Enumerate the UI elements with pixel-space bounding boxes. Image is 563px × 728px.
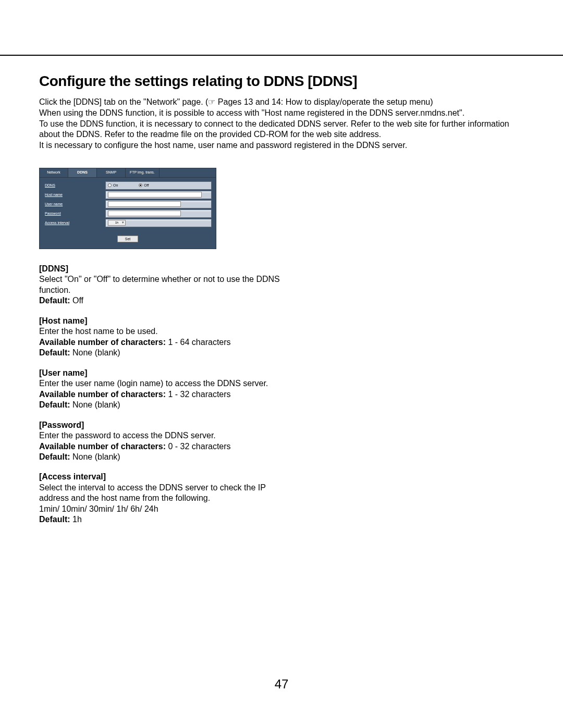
- label-user: User name: [44, 202, 105, 206]
- label-ddns: DDNS: [44, 183, 105, 187]
- section-extra: Default: None (blank): [39, 348, 289, 358]
- extra-value: 0 - 32 characters: [166, 442, 231, 451]
- row-interval: Access interval 1h: [44, 218, 212, 228]
- form-area: DDNS On Off Host name User name Passwo: [40, 178, 216, 229]
- section-title: [DDNS]: [39, 264, 289, 274]
- section-body: Select the interval to access the DDNS s…: [39, 483, 289, 504]
- label-interval: Access interval: [44, 221, 105, 225]
- extra-value: None (blank): [70, 348, 120, 357]
- set-button-row: Set: [40, 233, 216, 242]
- tab-ftp[interactable]: FTP img. trans.: [126, 168, 160, 177]
- extra-label: Default:: [39, 452, 70, 461]
- tab-bar: Network DDNS SNMP FTP img. trans.: [40, 168, 216, 178]
- intro-line-1: Click the [DDNS] tab on the "Network" pa…: [39, 97, 524, 108]
- section-title: [Host name]: [39, 316, 289, 326]
- row-user: User name: [44, 200, 212, 209]
- extra-label: Default:: [39, 296, 70, 305]
- row-ddns: DDNS On Off: [44, 181, 212, 190]
- host-cell: [105, 191, 212, 199]
- radio-on-label: On: [113, 183, 118, 187]
- host-input[interactable]: [108, 192, 202, 198]
- section-extra: Default: None (blank): [39, 452, 289, 462]
- extra-label: Available number of characters:: [39, 442, 166, 451]
- section-extra: Available number of characters: 1 - 64 c…: [39, 337, 289, 348]
- section-body: Enter the password to access the DDNS se…: [39, 430, 289, 441]
- page-number: 47: [0, 677, 563, 692]
- section-user: [User name] Enter the user name (login n…: [39, 368, 289, 411]
- extra-value: None (blank): [70, 400, 120, 409]
- row-host: Host name: [44, 190, 212, 200]
- descriptions: [DDNS] Select "On" or "Off" to determine…: [39, 264, 289, 525]
- ddns-radio-group: On Off: [105, 181, 212, 190]
- section-extra: Default: 1h: [39, 514, 289, 525]
- row-pass: Password: [44, 209, 212, 218]
- extra-value: None (blank): [70, 452, 120, 461]
- section-title: [Access interval]: [39, 472, 289, 482]
- horizontal-rule: [0, 55, 563, 56]
- settings-panel: Network DDNS SNMP FTP img. trans. DDNS O…: [39, 168, 216, 249]
- page-content: Configure the settings relating to DDNS …: [39, 73, 524, 535]
- extra-value: 1h: [70, 515, 82, 524]
- extra-label: Default:: [39, 400, 70, 409]
- section-body2: 1min/ 10min/ 30min/ 1h/ 6h/ 24h: [39, 504, 289, 514]
- section-extra: Default: Off: [39, 295, 289, 306]
- radio-on[interactable]: On: [108, 183, 118, 187]
- label-pass: Password: [44, 212, 105, 215]
- section-extra: Available number of characters: 1 - 32 c…: [39, 389, 289, 400]
- interval-select[interactable]: 1h: [108, 220, 126, 226]
- section-interval: [Access interval] Select the interval to…: [39, 472, 289, 525]
- pass-cell: [105, 209, 212, 218]
- intro-line-3: To use the DDNS function, it is necessar…: [39, 119, 524, 141]
- set-button[interactable]: Set: [117, 236, 139, 242]
- intro-paragraphs: Click the [DDNS] tab on the "Network" pa…: [39, 97, 524, 151]
- page-title: Configure the settings relating to DDNS …: [39, 73, 524, 90]
- section-pass: [Password] Enter the password to access …: [39, 420, 289, 463]
- section-body: Select "On" or "Off" to determine whethe…: [39, 274, 289, 295]
- extra-label: Available number of characters:: [39, 338, 166, 347]
- user-input[interactable]: [108, 201, 181, 207]
- extra-value: Off: [70, 296, 84, 305]
- radio-off-label: Off: [144, 183, 149, 187]
- extra-label: Default:: [39, 348, 70, 357]
- section-ddns: [DDNS] Select "On" or "Off" to determine…: [39, 264, 289, 306]
- user-cell: [105, 200, 212, 208]
- tab-ddns[interactable]: DDNS: [68, 168, 97, 177]
- extra-label: Default:: [39, 515, 70, 524]
- section-extra: Default: None (blank): [39, 400, 289, 410]
- interval-cell: 1h: [105, 219, 212, 227]
- section-extra: Available number of characters: 0 - 32 c…: [39, 441, 289, 452]
- extra-label: Available number of characters:: [39, 390, 166, 399]
- pass-input[interactable]: [108, 211, 181, 216]
- section-title: [User name]: [39, 368, 289, 378]
- section-body: Enter the host name to be used.: [39, 326, 289, 337]
- extra-value: 1 - 64 characters: [166, 338, 231, 347]
- intro-line-4: It is necessary to configure the host na…: [39, 140, 524, 151]
- intro-line-2: When using the DDNS function, it is poss…: [39, 108, 524, 119]
- extra-value: 1 - 32 characters: [166, 390, 231, 399]
- section-body: Enter the user name (login name) to acce…: [39, 378, 289, 389]
- radio-off[interactable]: Off: [139, 183, 149, 187]
- label-host: Host name: [44, 193, 105, 196]
- section-host: [Host name] Enter the host name to be us…: [39, 316, 289, 359]
- tab-snmp[interactable]: SNMP: [97, 168, 126, 177]
- tab-network[interactable]: Network: [40, 168, 68, 177]
- section-title: [Password]: [39, 420, 289, 430]
